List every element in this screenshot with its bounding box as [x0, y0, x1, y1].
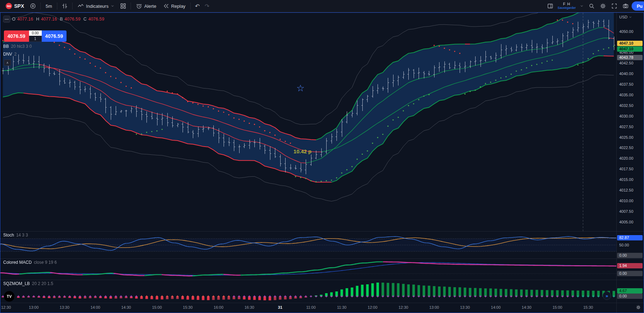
tradingview-logo[interactable]: TV [4, 291, 15, 302]
time-label: 14:30 [522, 305, 531, 309]
price-tick: 4022.50 [619, 145, 633, 150]
indicator-params: 14 3 3 [16, 233, 28, 238]
fullscreen-icon [611, 3, 617, 9]
replay-button[interactable]: Replay [160, 1, 188, 11]
layout-name: F H [563, 2, 570, 6]
ohlc-high-value: 4077.16 [41, 17, 57, 22]
time-label: 11:00 [306, 305, 316, 309]
indicators-wave-icon [77, 3, 84, 9]
replay-label: Replay [171, 4, 185, 9]
search-icon [588, 3, 595, 9]
axis-currency[interactable]: USD [619, 15, 632, 19]
time-label: 11:30 [337, 305, 346, 309]
indicator-name: BB [3, 44, 9, 49]
price-tick: 4030.00 [619, 113, 633, 119]
gear-icon [600, 3, 606, 9]
price-chart-canvas[interactable] [0, 13, 616, 231]
separator [72, 2, 73, 10]
sqzmom-axis[interactable]: 0.004.67 [616, 280, 644, 303]
symbol-name: SPX [14, 3, 24, 9]
fullscreen-button[interactable] [609, 1, 620, 11]
stoch-canvas[interactable] [0, 232, 616, 258]
indicator-legend-bb[interactable]: BB 20 hlc3 3 0 [3, 44, 32, 49]
macd-legend[interactable]: Colored MACD close 9 19 6 [3, 260, 57, 265]
compare-add-button[interactable] [28, 1, 38, 11]
separator [57, 2, 57, 10]
price-tick: 4025.00 [619, 135, 633, 140]
interval-button[interactable]: 5m [43, 1, 55, 11]
indicators-button[interactable]: Indicateurs [75, 1, 117, 11]
indicator-params: 2 [14, 52, 17, 57]
time-axis[interactable]: 12:3013:0013:3014:0014:3015:0015:3016:00… [0, 303, 616, 313]
indicator-name: SQZMOM_LB [3, 281, 30, 286]
search-button[interactable] [586, 1, 597, 11]
price-tick: 4040.00 [619, 71, 633, 76]
time-label: 14:30 [121, 305, 131, 309]
price-plot: — O 4077.16 H 4077.16 B 4076.59 C 4076.5… [0, 13, 616, 231]
chart-style-button[interactable] [59, 1, 70, 11]
redo-button[interactable]: ↷ [203, 1, 212, 11]
sell-button[interactable]: 4076.59 [4, 30, 29, 42]
undo-button[interactable]: ↶ [193, 1, 202, 11]
buy-button[interactable]: 4076.59 [42, 30, 67, 42]
layout-templates-button[interactable] [118, 1, 128, 11]
ohlc-low-value: 4076.59 [64, 17, 80, 22]
time-label: 12:30 [398, 305, 408, 309]
time-label: 14:00 [491, 305, 501, 309]
axis-settings-gear-icon[interactable] [636, 305, 641, 310]
save-menu-chevron-button[interactable] [578, 1, 586, 11]
alarm-clock-icon [136, 3, 142, 9]
stoch-zero-tag: 0.00 [617, 253, 643, 258]
macd-canvas[interactable] [0, 259, 616, 280]
save-layout-button[interactable]: F H Sauvegarder [556, 2, 577, 10]
time-label: 13:30 [460, 305, 470, 309]
indicator-params: 20 hlc3 3 0 [11, 44, 32, 49]
tradingview-app: 500 SPX 5m Indicateurs Alerte R [0, 0, 644, 313]
macd-zero-tag: 0.00 [617, 271, 643, 276]
price-tick: 4007.50 [619, 209, 633, 214]
collapse-indicators-button[interactable]: ∧ [4, 59, 11, 66]
ohlc-close-key: C [84, 17, 87, 22]
sqzmom-legend[interactable]: SQZMOM_LB 20 2 20 1.5 [3, 281, 53, 286]
star-drawing-icon[interactable]: ☆ [297, 84, 305, 93]
time-label: 13:00 [429, 305, 439, 309]
price-tick: 4050.00 [619, 29, 633, 34]
stoch-legend[interactable]: Stoch 14 3 3 [3, 233, 28, 238]
time-axis-row: 12:3013:0013:3014:0014:3015:0015:3016:00… [0, 303, 644, 313]
screenshot-button[interactable] [620, 1, 631, 11]
sqzmom-canvas[interactable] [0, 280, 616, 303]
publish-button[interactable]: Pu [632, 1, 644, 11]
time-label: 14:00 [91, 305, 100, 309]
price-tick: 4042.50 [619, 60, 633, 66]
indicator-legend-dnv[interactable]: DNV 2 [3, 52, 17, 57]
top-toolbar: 500 SPX 5m Indicateurs Alerte R [0, 0, 644, 12]
go-to-realtime-button[interactable]: » [603, 291, 611, 300]
quantity-value[interactable]: 1 [29, 36, 42, 42]
stoch-axis[interactable]: 50.000.0082.87 [616, 232, 644, 258]
collapse-legend-button[interactable]: — [3, 16, 10, 23]
price-tick: 4020.00 [619, 155, 633, 161]
stoch-plot: Stoch 14 3 3 [0, 232, 616, 258]
price-tick: 4015.00 [619, 177, 633, 182]
layout-panel-button[interactable] [545, 1, 556, 11]
price-tick: 4035.00 [619, 92, 633, 98]
measure-annotation[interactable]: 10.42 p [294, 148, 312, 154]
trade-widget: 4076.59 0.00 1 4076.59 [4, 30, 67, 42]
ohlc-close-value: 4076.59 [88, 17, 104, 22]
sqzmom-value-tag: 4.67 [617, 288, 643, 294]
separator [131, 2, 131, 10]
price-tick: 4005.00 [619, 219, 633, 225]
time-label: 15:30 [183, 305, 193, 309]
symbol-button[interactable]: 500 SPX [3, 1, 27, 11]
time-axis-corner [616, 303, 644, 313]
macd-axis[interactable]: 0.001.94 [616, 259, 644, 280]
price-axis[interactable]: USD 4050.004045.004042.504040.004037.504… [616, 13, 644, 231]
price-tag-last: 4047.10 [617, 41, 643, 46]
ohlc-open-value: 4077.16 [17, 17, 33, 22]
separator [190, 2, 191, 10]
settings-button[interactable] [598, 1, 608, 11]
chart-area: — O 4077.16 H 4077.16 B 4076.59 C 4076.5… [0, 12, 644, 313]
time-label: 13:30 [60, 305, 70, 309]
time-label: 16:30 [245, 305, 254, 309]
alert-button[interactable]: Alerte [133, 1, 159, 11]
